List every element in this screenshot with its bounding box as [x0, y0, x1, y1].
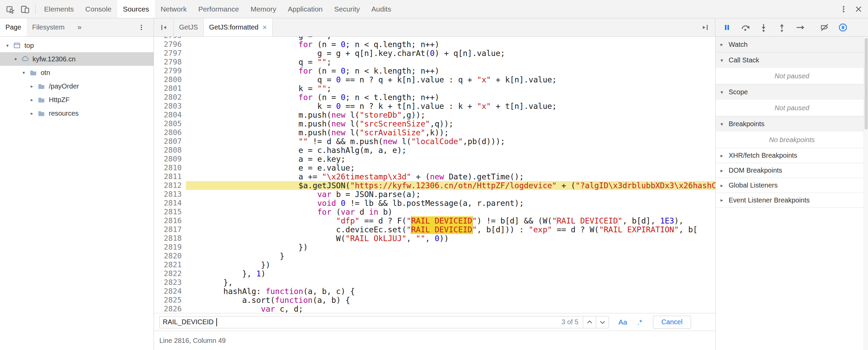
main-tab-audits[interactable]: Audits: [366, 0, 397, 18]
search-input[interactable]: [159, 316, 583, 328]
pause-button[interactable]: [721, 21, 733, 34]
code-line-text[interactable]: q = "";: [186, 58, 715, 66]
main-tab-application[interactable]: Application: [282, 0, 329, 18]
line-number-2826[interactable]: 2826: [154, 305, 186, 313]
section-watch[interactable]: ▸Watch: [716, 37, 868, 52]
code-line-text[interactable]: for (n = 0; n < k.length; n++): [186, 66, 715, 75]
chevron-down-icon[interactable]: ▾: [12, 56, 20, 62]
close-devtools-button[interactable]: [851, 2, 866, 17]
code-line-text[interactable]: },: [186, 278, 715, 287]
code-line-text[interactable]: k = 0 == n ? k + t[n].value : k + "x" + …: [186, 102, 715, 111]
navigator-more-options-button[interactable]: [134, 20, 149, 35]
pause-on-exceptions-button[interactable]: [837, 21, 849, 34]
device-toolbar-button[interactable]: [18, 2, 33, 17]
line-number-2820[interactable]: 2820: [154, 252, 186, 260]
code-line-text[interactable]: for (n = 0; n < t.length; n++): [186, 93, 715, 102]
chevron-right-icon[interactable]: ▸: [28, 111, 36, 116]
code-line-text[interactable]: g = "";: [186, 37, 715, 40]
code-line-text[interactable]: e = e.value;: [186, 163, 715, 172]
code-line-text[interactable]: a.sort(function(a, b) {: [186, 296, 715, 305]
section-dom-breakpoints[interactable]: ▸DOM Breakpoints: [716, 163, 868, 178]
code-line-text[interactable]: var b = JSON.parse(a);: [186, 190, 715, 199]
tree-item-top[interactable]: ▾top: [0, 39, 154, 52]
line-number-2799[interactable]: 2799: [154, 66, 186, 75]
section-breakpoints[interactable]: ▾Breakpoints: [716, 116, 868, 132]
line-number-2818[interactable]: 2818: [154, 234, 186, 243]
line-number-2806[interactable]: 2806: [154, 128, 186, 137]
file-tab-getjs-formatted[interactable]: GetJS:formatted×: [203, 18, 273, 36]
step-over-button[interactable]: [739, 21, 751, 34]
tree-item-kyfw-12306-cn[interactable]: ▾kyfw.12306.cn: [0, 52, 154, 66]
code-line-text[interactable]: var c, d;: [186, 305, 715, 313]
line-number-2802[interactable]: 2802: [154, 93, 186, 102]
code-line-text[interactable]: a = e.key;: [186, 155, 715, 163]
code-line-text[interactable]: g = g + q[n].key.charAt(0) + q[n].value;: [186, 49, 715, 58]
sidebar-scrollbar[interactable]: [864, 37, 868, 350]
line-number-2805[interactable]: 2805: [154, 119, 186, 128]
line-number-2813[interactable]: 2813: [154, 190, 186, 199]
main-tab-sources[interactable]: Sources: [117, 0, 155, 18]
search-previous-button[interactable]: [583, 316, 596, 328]
line-number-2815[interactable]: 2815: [154, 208, 186, 216]
code-line-text[interactable]: }, 1): [186, 269, 715, 278]
code-line-text[interactable]: "" != d && m.push(new l("localCode",pb(d…: [186, 137, 715, 146]
line-number-2819[interactable]: 2819: [154, 243, 186, 252]
line-number-2807[interactable]: 2807: [154, 137, 186, 146]
section-scope[interactable]: ▾Scope: [716, 84, 868, 100]
chevron-down-icon[interactable]: ▾: [20, 70, 28, 75]
code-line-text[interactable]: }): [186, 260, 715, 269]
line-number-2803[interactable]: 2803: [154, 102, 186, 111]
tree-item-otn[interactable]: ▾otn: [0, 66, 154, 79]
line-number-2800[interactable]: 2800: [154, 75, 186, 84]
line-number-2821[interactable]: 2821: [154, 260, 186, 269]
chevron-down-icon[interactable]: ▾: [3, 43, 12, 48]
code-line-text[interactable]: k = "";: [186, 84, 715, 93]
code-editor[interactable]: 2795 g = "";2796 for (n = 0; n < q.lengt…: [154, 37, 715, 313]
line-number-2804[interactable]: 2804: [154, 111, 186, 119]
code-line-text[interactable]: m.push(new l("storeDb",g));: [186, 111, 715, 119]
code-line-text[interactable]: "dfp" == d ? F("RAIL_DEVICEID") != b[d] …: [186, 216, 715, 225]
line-number-2812[interactable]: 2812: [154, 181, 186, 190]
line-number-2824[interactable]: 2824: [154, 287, 186, 296]
more-options-button[interactable]: [836, 2, 851, 17]
navigator-tab-page[interactable]: Page: [0, 18, 27, 36]
more-tabs-icon[interactable]: »: [77, 23, 81, 32]
line-number-2798[interactable]: 2798: [154, 58, 186, 66]
toggle-navigator-button[interactable]: [157, 20, 172, 35]
search-next-button[interactable]: [596, 316, 609, 328]
code-line-text[interactable]: hashAlg: function(a, b, c) {: [186, 287, 715, 296]
tree-item-payorder[interactable]: ▸/payOrder: [0, 79, 154, 93]
code-line-text[interactable]: for (n = 0; n < q.length; n++): [186, 40, 715, 49]
line-number-2809[interactable]: 2809: [154, 155, 186, 163]
match-case-toggle[interactable]: Aa: [618, 318, 627, 326]
close-tab-icon[interactable]: ×: [262, 23, 267, 32]
line-number-2822[interactable]: 2822: [154, 269, 186, 278]
tree-item-httpzf[interactable]: ▸HttpZF: [0, 93, 154, 106]
step-into-button[interactable]: [757, 21, 770, 34]
code-line-text[interactable]: m.push(new l("scrAvailSize",k));: [186, 128, 715, 137]
line-number-2814[interactable]: 2814: [154, 199, 186, 208]
section-global-listeners[interactable]: ▸Global Listeners: [716, 178, 868, 193]
main-tab-memory[interactable]: Memory: [245, 0, 282, 18]
section-xhr-fetch-breakpoints[interactable]: ▸XHR/fetch Breakpoints: [716, 148, 868, 163]
line-number-2797[interactable]: 2797: [154, 49, 186, 58]
step-button[interactable]: [794, 21, 806, 34]
code-line-text[interactable]: e = c.hashAlg(m, a, e);: [186, 146, 715, 155]
deactivate-breakpoints-button[interactable]: [818, 21, 831, 34]
line-number-2801[interactable]: 2801: [154, 84, 186, 93]
scrollbar-thumb[interactable]: [865, 38, 868, 130]
code-line-text[interactable]: for (var d in b): [186, 208, 715, 216]
code-line-text[interactable]: void 0 != lb && lb.postMessage(a, r.pare…: [186, 199, 715, 208]
main-tab-elements[interactable]: Elements: [38, 0, 80, 18]
main-tab-performance[interactable]: Performance: [193, 0, 245, 18]
chevron-right-icon[interactable]: ▸: [28, 97, 36, 102]
line-number-2825[interactable]: 2825: [154, 296, 186, 305]
tree-item-resources[interactable]: ▸resources: [0, 106, 154, 120]
line-number-2810[interactable]: 2810: [154, 163, 186, 172]
code-line-text[interactable]: $a.getJSON("https://kyfw.12306.cn/otn/Ht…: [186, 181, 715, 190]
line-number-2795[interactable]: 2795: [154, 37, 186, 40]
code-line-text[interactable]: c.deviceEc.set("RAIL_DEVICEID", b[d])) :…: [186, 225, 715, 234]
line-number-2817[interactable]: 2817: [154, 225, 186, 234]
regex-toggle[interactable]: .*: [637, 318, 642, 326]
line-number-2816[interactable]: 2816: [154, 216, 186, 225]
